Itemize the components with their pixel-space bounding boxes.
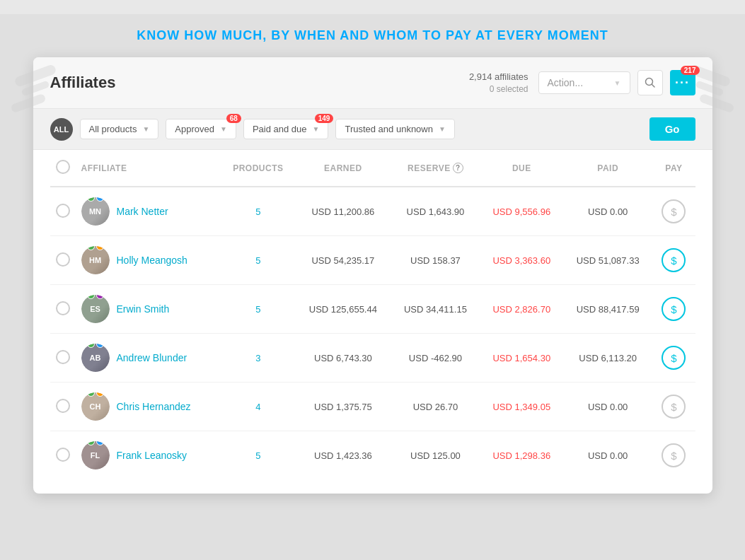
due-cell: USD 3,363.60 xyxy=(480,236,564,285)
affiliate-cell: AB Andrew Blunder xyxy=(76,334,221,383)
pay-button[interactable]: $ xyxy=(662,297,686,321)
reserve-header-help: RESERVE ? xyxy=(408,163,463,173)
reserve-help-icon[interactable]: ? xyxy=(453,163,463,173)
reserve-cell: USD -462.90 xyxy=(391,334,480,383)
row-checkbox[interactable] xyxy=(56,301,70,315)
trust-filter-arrow-icon: ▼ xyxy=(439,125,446,133)
pay-cell: $ xyxy=(652,383,695,431)
row-checkbox[interactable] xyxy=(56,448,70,462)
dollar-icon: $ xyxy=(671,401,676,413)
reserve-cell: USD 125.00 xyxy=(391,431,480,480)
status-filter[interactable]: Approved ▼ 68 xyxy=(166,119,236,139)
pay-button[interactable]: $ xyxy=(662,199,686,223)
affiliate-name[interactable]: Frank Leanosky xyxy=(117,450,187,461)
pay-button[interactable]: $ xyxy=(662,443,686,467)
avatar-image: HM xyxy=(81,246,110,274)
row-checkbox[interactable] xyxy=(56,350,70,364)
table-row: HM Holly Meangosh 5 USD 54,235.17 USD 15… xyxy=(50,236,695,285)
product-filter[interactable]: All products ▼ xyxy=(80,119,159,139)
search-button[interactable] xyxy=(637,70,663,95)
card-header: Affiliates 2,914 affiliates 0 selected A… xyxy=(33,57,712,109)
pay-button[interactable]: $ xyxy=(662,346,686,370)
reserve-cell: USD 34,411.15 xyxy=(391,285,480,334)
avatar: FL xyxy=(81,441,110,469)
table-wrapper: AFFILIATE PRODUCTS EARNED RESERVE ? DUE … xyxy=(33,150,712,494)
products-cell: 5 xyxy=(221,236,295,285)
affiliate-name[interactable]: Andrew Blunder xyxy=(117,352,187,363)
products-cell: 4 xyxy=(221,383,295,431)
paid-cell: USD 88,417.59 xyxy=(563,285,652,334)
affiliate-info: AB Andrew Blunder xyxy=(81,344,216,372)
select-all-checkbox[interactable] xyxy=(56,160,70,174)
products-cell: 5 xyxy=(221,187,295,236)
table-header: AFFILIATE PRODUCTS EARNED RESERVE ? DUE … xyxy=(50,150,695,187)
affiliate-name[interactable]: Chris Hernandez xyxy=(117,401,191,412)
affiliate-cell: CH Chris Hernandez xyxy=(76,383,221,431)
pay-cell: $ xyxy=(652,236,695,285)
more-button[interactable]: ··· 217 xyxy=(670,70,695,95)
products-cell: 5 xyxy=(221,285,295,334)
trust-filter-label: Trusted and unknown xyxy=(345,124,433,134)
affiliate-info: FL Frank Leanosky xyxy=(81,441,216,469)
svg-line-1 xyxy=(652,85,654,88)
payment-badge: 149 xyxy=(315,114,334,123)
header-actions: 2,914 affiliates 0 selected Action... ▼ … xyxy=(469,70,695,95)
earned-cell: USD 125,655.44 xyxy=(295,285,391,334)
dollar-icon: $ xyxy=(671,450,676,462)
paid-col-header: PAID xyxy=(563,150,652,187)
go-button[interactable]: Go xyxy=(649,117,695,141)
pay-cell: $ xyxy=(652,334,695,383)
avatar-image: CH xyxy=(81,392,110,421)
affiliate-info: CH Chris Hernandez xyxy=(81,392,216,421)
row-checkbox-cell xyxy=(50,187,76,236)
row-checkbox[interactable] xyxy=(56,204,70,218)
paid-cell: USD 0.00 xyxy=(563,187,652,236)
action-label: Action... xyxy=(548,77,584,88)
due-cell: USD 1,298.36 xyxy=(480,431,564,480)
dollar-icon: $ xyxy=(671,255,676,267)
affiliate-name[interactable]: Erwin Smith xyxy=(117,303,170,315)
selected-count: 0 selected xyxy=(469,83,529,95)
more-icon: ··· xyxy=(675,76,690,91)
select-all-header[interactable] xyxy=(50,150,76,187)
table-row: AB Andrew Blunder 3 USD 6,743.30 USD -46… xyxy=(50,334,695,383)
page-title: Affiliates xyxy=(50,74,116,92)
status-filter-label: Approved xyxy=(175,124,214,134)
reserve-cell: USD 1,643.90 xyxy=(391,187,480,236)
affiliate-name[interactable]: Holly Meangosh xyxy=(117,255,187,266)
paid-cell: USD 51,087.33 xyxy=(563,236,652,285)
pay-col-header: PAY xyxy=(652,150,695,187)
affiliates-table: AFFILIATE PRODUCTS EARNED RESERVE ? DUE … xyxy=(50,150,695,479)
earned-cell: USD 54,235.17 xyxy=(295,236,391,285)
avatar: CH xyxy=(81,392,110,421)
row-checkbox-cell xyxy=(50,383,76,431)
earned-col-header: EARNED xyxy=(295,150,391,187)
pay-button[interactable]: $ xyxy=(662,395,686,419)
pay-cell: $ xyxy=(652,431,695,480)
avatar-image: MN xyxy=(81,197,110,226)
row-checkbox-cell xyxy=(50,285,76,334)
payment-filter[interactable]: Paid and due ▼ 149 xyxy=(243,119,329,139)
table-row: FL Frank Leanosky 5 USD 1,423.36 USD 125… xyxy=(50,431,695,480)
row-checkbox[interactable] xyxy=(56,252,70,267)
status-filter-arrow-icon: ▼ xyxy=(220,125,227,133)
row-checkbox-cell xyxy=(50,431,76,480)
paid-cell: USD 0.00 xyxy=(563,383,652,431)
affiliate-col-header: AFFILIATE xyxy=(76,150,221,187)
payment-filter-arrow-icon: ▼ xyxy=(313,125,320,133)
avatar-image: FL xyxy=(81,441,110,469)
status-badge: 68 xyxy=(226,114,241,123)
affiliate-cell: ES Erwin Smith xyxy=(76,285,221,334)
action-dropdown[interactable]: Action... ▼ xyxy=(538,71,630,94)
all-products-icon[interactable]: ALL xyxy=(50,118,73,141)
avatar: AB xyxy=(81,344,110,372)
earned-cell: USD 6,743.30 xyxy=(295,334,391,383)
page-banner: KNOW HOW MUCH, BY WHEN AND WHOM TO PAY A… xyxy=(0,28,745,43)
pay-button[interactable]: $ xyxy=(662,248,686,272)
trust-filter[interactable]: Trusted and unknown ▼ xyxy=(335,119,454,139)
reserve-col-header: RESERVE ? xyxy=(391,150,480,187)
row-checkbox-cell xyxy=(50,236,76,285)
affiliate-name[interactable]: Mark Netter xyxy=(117,206,168,217)
row-checkbox[interactable] xyxy=(56,399,70,413)
earned-cell: USD 1,375.75 xyxy=(295,383,391,431)
